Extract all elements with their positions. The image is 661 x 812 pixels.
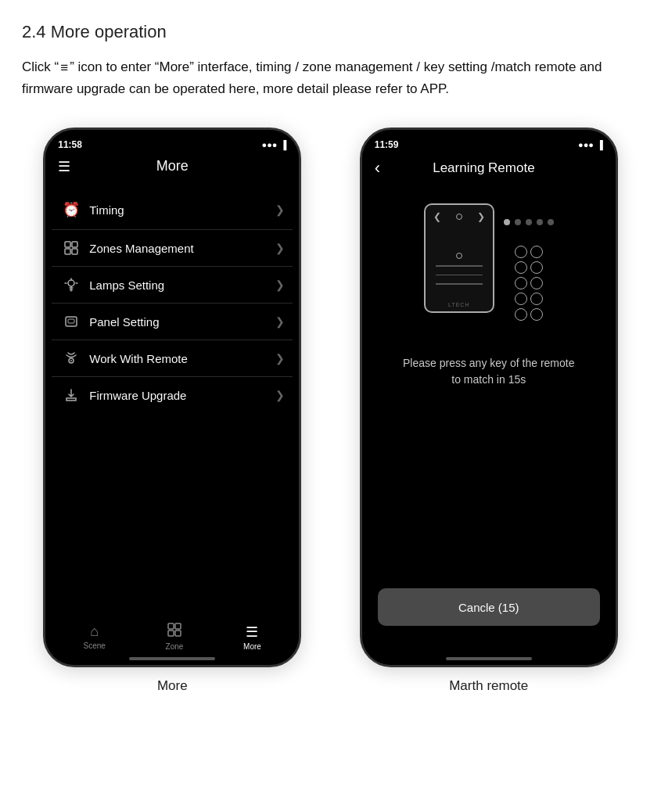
key-1 <box>515 246 527 258</box>
phones-row: 11:58 ●●● ▐ ☰ More ⏰ Timing ❯ <box>22 128 639 694</box>
lr-header-title: Learning Remote <box>386 160 581 176</box>
phone-more-container: 11:58 ●●● ▐ ☰ More ⏰ Timing ❯ <box>22 128 323 694</box>
more-status-bar: 11:58 ●●● ▐ <box>45 130 299 155</box>
remote-dot-1 <box>456 253 462 259</box>
lr-instruction-text: Please press any key of the remoteto mat… <box>403 355 574 388</box>
key-row-5 <box>515 308 543 321</box>
remote-status-bar: 11:59 ●●● ▐ <box>362 130 616 155</box>
cancel-button[interactable]: Cancle (15) <box>378 588 600 626</box>
progress-dot-2 <box>515 219 521 225</box>
svg-point-12 <box>70 360 72 361</box>
key-10 <box>530 308 543 321</box>
remote-line-2 <box>436 275 483 276</box>
svg-rect-16 <box>175 631 181 636</box>
remote-wifi-icon: ●●● <box>578 140 594 149</box>
svg-rect-3 <box>72 249 77 254</box>
key-7 <box>515 293 527 305</box>
remote-arrow-icon: ❯ <box>275 352 285 365</box>
battery-icon: ▐ <box>280 140 286 149</box>
more-status-time: 11:58 <box>58 139 82 150</box>
timing-icon: ⏰ <box>59 201 83 218</box>
lamps-arrow-icon: ❯ <box>275 278 285 291</box>
scene-tab-label: Scene <box>84 641 106 650</box>
lamps-icon <box>59 278 83 292</box>
remote-line-3 <box>436 283 483 285</box>
key-5 <box>515 277 527 289</box>
key-6 <box>530 277 543 289</box>
progress-dot-1 <box>504 219 510 225</box>
more-status-icons: ●●● ▐ <box>262 140 287 149</box>
remote-top-bar: ❮ ❯ <box>426 211 493 222</box>
key-row-1 <box>515 246 543 258</box>
phone-more-caption: More <box>157 678 188 694</box>
progress-dot-4 <box>537 219 543 225</box>
remote-body: ❮ ❯ LTECH <box>424 203 494 313</box>
key-9 <box>515 308 527 321</box>
phone-more-screen: 11:58 ●●● ▐ ☰ More ⏰ Timing ❯ <box>45 130 299 665</box>
menu-item-zones-label: Zones Management <box>89 242 275 255</box>
section-title: 2.4 More operation <box>22 22 639 42</box>
section-description: Click “≡” icon to enter “More” interface… <box>22 56 639 99</box>
remote-right-chevron: ❯ <box>477 211 485 222</box>
remote-battery-icon: ▐ <box>597 140 603 149</box>
menu-item-remote-label: Work With Remote <box>89 352 275 365</box>
desc-click-text: Click “ <box>22 59 59 74</box>
menu-item-remote[interactable]: Work With Remote ❯ <box>52 340 293 377</box>
bottom-tabs-more: ⌂ Scene Zone <box>45 620 299 651</box>
more-header-title: More <box>156 158 189 174</box>
menu-item-lamps[interactable]: Lamps Setting ❯ <box>52 267 293 304</box>
remote-illustration: ❮ ❯ LTECH <box>424 203 554 321</box>
timing-arrow-icon: ❯ <box>275 203 285 216</box>
firmware-arrow-icon: ❯ <box>275 389 285 401</box>
svg-rect-15 <box>168 631 174 636</box>
home-indicator-remote <box>446 657 532 660</box>
tab-zone[interactable]: Zone <box>166 623 184 651</box>
svg-rect-10 <box>68 319 74 323</box>
svg-rect-9 <box>66 317 77 326</box>
key-row-4 <box>515 293 543 305</box>
menu-item-timing[interactable]: ⏰ Timing ❯ <box>52 190 293 230</box>
remote-status-icons: ●●● ▐ <box>578 140 603 149</box>
svg-rect-0 <box>65 242 70 247</box>
key-4 <box>530 261 543 274</box>
home-indicator-more <box>129 657 215 660</box>
svg-rect-13 <box>168 623 174 629</box>
menu-item-firmware[interactable]: Firmware Upgrade ❯ <box>52 377 293 413</box>
key-8 <box>530 293 543 305</box>
remote-left-chevron: ❮ <box>433 211 441 222</box>
svg-rect-1 <box>72 242 77 247</box>
more-menu-list: ⏰ Timing ❯ Zones <box>45 190 299 413</box>
phone-remote-container: 11:59 ●●● ▐ ‹ Learning Remote <box>339 128 640 694</box>
remote-keys-panel <box>515 246 543 321</box>
remote-icon <box>59 351 83 365</box>
more-hamburger-icon[interactable]: ☰ <box>58 158 70 175</box>
phone-more-frame: 11:58 ●●● ▐ ☰ More ⏰ Timing ❯ <box>43 128 301 667</box>
progress-dot-5 <box>548 219 554 225</box>
phone-remote-frame: 11:59 ●●● ▐ ‹ Learning Remote <box>360 128 618 667</box>
zones-arrow-icon: ❯ <box>275 242 285 254</box>
more-tab-icon: ☰ <box>246 623 258 641</box>
more-tab-label: More <box>243 642 261 651</box>
remote-center-dot <box>456 214 462 220</box>
key-2 <box>530 246 543 258</box>
remote-line-1 <box>436 265 483 267</box>
key-row-3 <box>515 277 543 289</box>
back-button[interactable]: ‹ <box>375 158 380 178</box>
cancel-button-label: Cancle (15) <box>458 601 519 614</box>
zone-tab-icon <box>167 623 181 641</box>
tab-more[interactable]: ☰ More <box>243 623 261 651</box>
progress-dot-3 <box>526 219 532 225</box>
firmware-icon <box>59 388 83 402</box>
menu-item-panel[interactable]: Panel Setting ❯ <box>52 304 293 340</box>
zones-icon <box>59 241 83 255</box>
menu-item-zones[interactable]: Zones Management ❯ <box>52 230 293 267</box>
remote-brand-text: LTECH <box>426 302 493 307</box>
lr-progress-dots <box>504 219 554 225</box>
menu-item-firmware-label: Firmware Upgrade <box>89 389 275 402</box>
phone-remote-caption: Marth remote <box>449 678 528 694</box>
scene-tab-icon: ⌂ <box>90 623 99 640</box>
tab-scene[interactable]: ⌂ Scene <box>84 623 106 650</box>
svg-rect-14 <box>175 623 181 629</box>
key-row-2 <box>515 261 543 274</box>
svg-point-4 <box>68 280 74 286</box>
